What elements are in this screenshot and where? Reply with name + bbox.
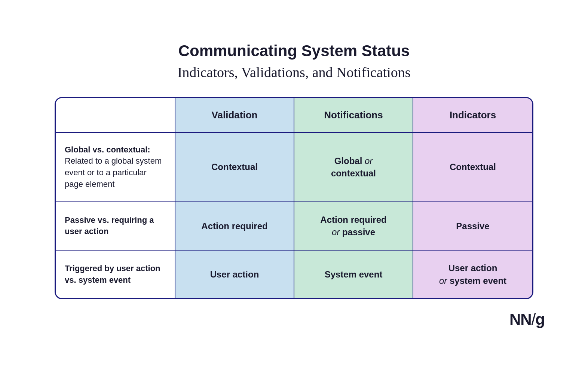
row-passive-label: Passive vs. requiring a user action <box>56 202 175 251</box>
row-global-indicators: Contextual <box>413 133 532 202</box>
sub-title: Indicators, Validations, and Notificatio… <box>177 63 410 82</box>
nn-logo: NN/g <box>70 310 548 328</box>
page-wrapper: Communicating System Status Indicators, … <box>32 27 556 343</box>
header-empty-cell <box>56 98 175 133</box>
header-validation: Validation <box>175 98 294 133</box>
title-section: Communicating System Status Indicators, … <box>177 42 410 82</box>
row-passive-notifications: Action requiredor passive <box>294 202 413 251</box>
row-triggered-indicators: User actionor system event <box>413 251 532 298</box>
row-global-validation: Contextual <box>175 133 294 202</box>
row-passive-validation: Action required <box>175 202 294 251</box>
row-triggered-notifications: System event <box>294 251 413 298</box>
row-passive-indicators: Passive <box>413 202 532 251</box>
row-triggered-validation: User action <box>175 251 294 298</box>
header-notifications: Notifications <box>294 98 413 133</box>
comparison-table: Validation Notifications Indicators Glob… <box>55 97 533 300</box>
row-global-label: Global vs. contextual: Related to a glob… <box>56 133 175 202</box>
header-indicators: Indicators <box>413 98 532 133</box>
table-grid: Validation Notifications Indicators Glob… <box>56 98 532 298</box>
row-triggered-label: Triggered by user action vs. system even… <box>56 251 175 298</box>
row-global-notifications: Global orcontextual <box>294 133 413 202</box>
main-title: Communicating System Status <box>177 42 410 60</box>
